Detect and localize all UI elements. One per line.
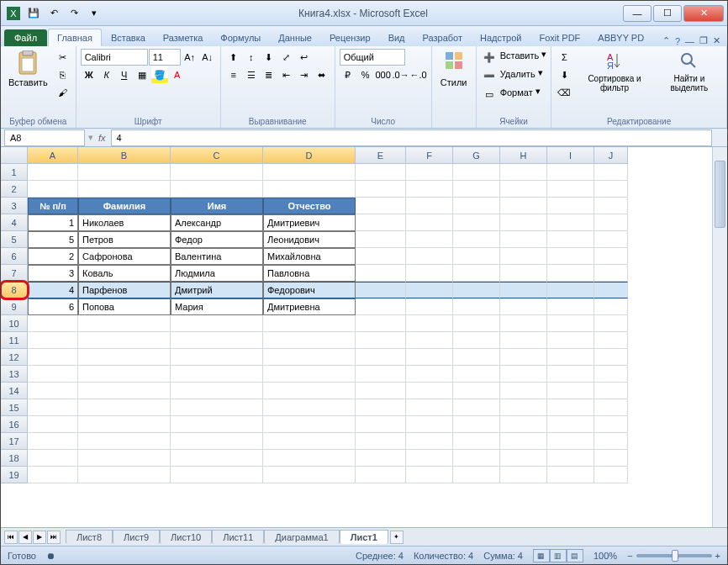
cell-C1[interactable]	[171, 164, 263, 181]
cell-G10[interactable]	[453, 315, 500, 332]
sheet-nav-next[interactable]: ▶	[33, 531, 46, 544]
excel-icon[interactable]: X	[4, 4, 23, 23]
cell-A16[interactable]	[28, 416, 78, 433]
cell-D14[interactable]	[263, 383, 356, 399]
cell-H5[interactable]	[500, 231, 547, 248]
cell-A14[interactable]	[28, 383, 78, 399]
fill-color-button[interactable]: 🪣	[151, 66, 168, 83]
cell-D8[interactable]: Федорович	[263, 282, 356, 298]
bold-button[interactable]: Ж	[81, 66, 98, 83]
cell-A13[interactable]	[28, 366, 78, 383]
scrollbar-thumb[interactable]	[715, 161, 725, 228]
new-sheet-button[interactable]: ✦	[390, 531, 404, 544]
cell-E6[interactable]	[356, 248, 406, 265]
align-middle-button[interactable]: ↕	[243, 49, 260, 66]
cell-F1[interactable]	[406, 164, 453, 181]
cell-F10[interactable]	[406, 315, 453, 332]
orientation-button[interactable]: ⤢	[278, 49, 295, 66]
cell-D5[interactable]: Леонидович	[263, 231, 356, 248]
cell-G12[interactable]	[453, 349, 500, 366]
font-combo[interactable]: Calibri	[81, 49, 148, 66]
format-cells-icon[interactable]: ▭	[481, 86, 498, 103]
cell-D13[interactable]	[263, 366, 356, 383]
cell-B15[interactable]	[78, 399, 171, 416]
cell-I13[interactable]	[547, 366, 594, 383]
comma-button[interactable]: 000	[375, 66, 392, 83]
cell-B10[interactable]	[78, 315, 171, 332]
redo-button[interactable]: ↷	[65, 4, 83, 23]
cell-G5[interactable]	[453, 231, 500, 248]
cell-C6[interactable]: Валентина	[171, 248, 263, 265]
view-normal-button[interactable]: ▦	[533, 549, 550, 562]
cell-I3[interactable]	[547, 198, 594, 214]
cell-C2[interactable]	[171, 181, 263, 198]
sheet-tab-Лист8[interactable]: Лист8	[66, 530, 113, 544]
save-button[interactable]: 💾	[24, 4, 43, 23]
increase-indent-button[interactable]: ⇥	[296, 66, 313, 83]
column-header-E[interactable]: E	[356, 147, 406, 164]
cell-F4[interactable]	[406, 214, 453, 231]
view-layout-button[interactable]: ▥	[550, 549, 567, 562]
delete-cells-button[interactable]: Удалить	[499, 67, 537, 84]
cell-F9[interactable]	[406, 298, 453, 315]
cell-A1[interactable]	[28, 164, 78, 181]
cell-F6[interactable]	[406, 248, 453, 265]
cell-I19[interactable]	[547, 467, 594, 483]
cell-F17[interactable]	[406, 433, 453, 450]
align-right-button[interactable]: ≣	[261, 66, 277, 83]
cell-H13[interactable]	[500, 366, 547, 383]
cell-H6[interactable]	[500, 248, 547, 265]
cell-I7[interactable]	[547, 265, 594, 282]
zoom-out-button[interactable]: −	[627, 551, 632, 561]
cell-J13[interactable]	[594, 366, 628, 383]
cell-G17[interactable]	[453, 433, 500, 450]
cell-D1[interactable]	[263, 164, 356, 181]
align-top-button[interactable]: ⬆	[225, 49, 242, 66]
cell-D11[interactable]	[263, 332, 356, 349]
cell-E13[interactable]	[356, 366, 406, 383]
cell-G19[interactable]	[453, 467, 500, 483]
tab-file[interactable]: Файл	[4, 29, 47, 46]
cell-C7[interactable]: Людмила	[171, 265, 263, 282]
macro-record-icon[interactable]: ⏺	[46, 551, 55, 561]
cell-H9[interactable]	[500, 298, 547, 315]
row-header-15[interactable]: 15	[1, 399, 28, 416]
sheet-nav-last[interactable]: ⏭	[47, 531, 61, 544]
cell-B13[interactable]	[78, 366, 171, 383]
cell-A18[interactable]	[28, 450, 78, 467]
currency-button[interactable]: ₽	[340, 66, 356, 83]
cell-F5[interactable]	[406, 231, 453, 248]
cell-C9[interactable]: Мария	[171, 298, 263, 315]
cell-J19[interactable]	[594, 467, 628, 483]
column-header-A[interactable]: A	[28, 147, 78, 164]
cell-A3[interactable]: № п/п	[28, 198, 78, 214]
sort-filter-button[interactable]: АЯ Сортировка и фильтр	[576, 49, 652, 94]
font-size-combo[interactable]: 11	[149, 49, 181, 66]
cell-H11[interactable]	[500, 332, 547, 349]
cell-B14[interactable]	[78, 383, 171, 399]
cell-H19[interactable]	[500, 467, 547, 483]
format-painter-button[interactable]: 🖌	[55, 84, 71, 101]
cell-H4[interactable]	[500, 214, 547, 231]
cell-B11[interactable]	[78, 332, 171, 349]
grow-font-button[interactable]: A↑	[182, 49, 198, 66]
cell-E5[interactable]	[356, 231, 406, 248]
cell-A9[interactable]: 6	[28, 298, 78, 315]
cell-I4[interactable]	[547, 214, 594, 231]
cell-I1[interactable]	[547, 164, 594, 181]
cell-D9[interactable]: Дмитриевна	[263, 298, 356, 315]
cell-A12[interactable]	[28, 349, 78, 366]
cell-J12[interactable]	[594, 349, 628, 366]
cell-D16[interactable]	[263, 416, 356, 433]
cell-I10[interactable]	[547, 315, 594, 332]
cell-J17[interactable]	[594, 433, 628, 450]
cell-H3[interactable]	[500, 198, 547, 214]
cell-F2[interactable]	[406, 181, 453, 198]
clear-button[interactable]: ⌫	[556, 84, 572, 101]
cell-C13[interactable]	[171, 366, 263, 383]
cell-I11[interactable]	[547, 332, 594, 349]
cell-F14[interactable]	[406, 383, 453, 399]
cell-C12[interactable]	[171, 349, 263, 366]
row-header-1[interactable]: 1	[1, 164, 28, 181]
cell-B12[interactable]	[78, 349, 171, 366]
